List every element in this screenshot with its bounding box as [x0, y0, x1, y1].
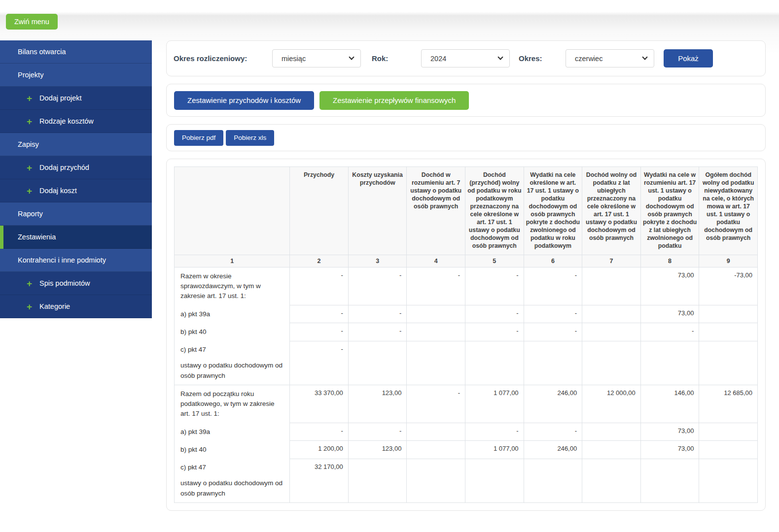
table-row: c) pkt 47ustawy o podatku dochodowym od … — [175, 459, 758, 502]
table-column-number-cell: 8 — [640, 255, 699, 267]
year-select[interactable]: 2024 — [421, 49, 510, 67]
value-cell: 32 170,00 — [290, 459, 349, 502]
value-cell: - — [290, 341, 349, 385]
table-header-cell: Dochód w rozumieniu art. 7 ustawy o poda… — [407, 167, 465, 255]
table-row: b) pkt 401 200,00123,001 077,00246,0073,… — [175, 441, 758, 459]
value-cell — [524, 459, 582, 502]
value-cell: - — [465, 323, 524, 341]
table-header-cell: Koszty uzyskania przychodów — [348, 167, 407, 255]
value-cell — [465, 341, 524, 385]
sidebar-item-zapisy[interactable]: Zapisy — [0, 133, 152, 156]
row-label-cell: Razem w okresie sprawozdawczym, w tym w … — [175, 267, 290, 305]
plus-icon: + — [27, 94, 32, 103]
sidebar-item-label: Dodaj przychód — [39, 164, 89, 172]
sidebar-item-label: Zapisy — [18, 140, 39, 149]
period-select[interactable]: czerwiec — [566, 49, 654, 67]
value-cell — [582, 459, 641, 502]
value-cell: 33 370,00 — [290, 385, 349, 423]
sidebar-item-label: Spis podmiotów — [39, 279, 90, 288]
sidebar-item-label: Kategorie — [39, 302, 70, 311]
row-label: c) pkt 47 — [180, 345, 283, 355]
row-label-suffix: ustawy o podatku dochodowym od osób praw… — [180, 478, 283, 499]
table-header-cell — [175, 167, 290, 255]
value-cell — [407, 323, 465, 341]
plus-icon: + — [27, 279, 32, 288]
sidebar-item-spis-podmiotów[interactable]: +Spis podmiotów — [0, 272, 152, 295]
value-cell: 1 077,00 — [465, 385, 524, 423]
value-cell: - — [348, 267, 407, 305]
sidebar-item-kontrahenci-i-inne-podmioty[interactable]: Kontrahenci i inne podmioty — [0, 249, 152, 272]
sidebar-item-kategorie[interactable]: +Kategorie — [0, 295, 152, 318]
sidebar-item-bilans-otwarcia[interactable]: Bilans otwarcia — [0, 40, 152, 64]
download-pdf-button[interactable]: Pobierz pdf — [174, 130, 223, 146]
table-column-number-cell: 2 — [290, 255, 349, 267]
value-cell: - — [290, 267, 349, 305]
sidebar-item-dodaj-koszt[interactable]: +Dodaj koszt — [0, 179, 152, 202]
table-row: a) pkt 39a----73,00 — [175, 423, 758, 441]
table-column-number-cell: 6 — [524, 255, 582, 267]
sidebar-item-label: Projekty — [18, 71, 43, 79]
value-cell: -73,00 — [699, 267, 758, 305]
sidebar-item-raporty[interactable]: Raporty — [0, 202, 152, 226]
period-select-wrap: czerwiec — [566, 49, 654, 67]
sidebar-item-label: Zestawienia — [18, 233, 56, 241]
value-cell — [699, 323, 758, 341]
value-cell — [348, 459, 407, 502]
value-cell: - — [465, 305, 524, 323]
value-cell: - — [524, 323, 582, 341]
download-xls-button[interactable]: Pobierz xls — [226, 130, 274, 146]
tab-zestawienie-przychodów-i-kosztów[interactable]: Zestawienie przychodów i kosztów — [174, 91, 314, 110]
row-label-cell: b) pkt 40 — [175, 323, 290, 341]
period-type-select[interactable]: miesiąc — [272, 49, 361, 67]
table-header-row: PrzychodyKoszty uzyskania przychodówDoch… — [175, 167, 758, 255]
value-cell: - — [348, 323, 407, 341]
value-cell — [407, 459, 465, 502]
tab-zestawienie-przepływów-finansowych[interactable]: Zestawienie przepływów finansowych — [319, 91, 469, 110]
value-cell: - — [524, 267, 582, 305]
table-column-number-cell: 5 — [465, 255, 524, 267]
sidebar-item-dodaj-projekt[interactable]: +Dodaj projekt — [0, 87, 152, 110]
value-cell — [407, 441, 465, 459]
value-cell: 12 000,00 — [582, 385, 641, 423]
show-button[interactable]: Pokaż — [664, 49, 713, 67]
value-cell: 73,00 — [640, 441, 699, 459]
sidebar-item-label: Rodzaje kosztów — [39, 117, 94, 126]
row-label-cell: b) pkt 40 — [175, 441, 290, 459]
value-cell — [640, 341, 699, 385]
table-body: Razem w okresie sprawozdawczym, w tym w … — [175, 267, 758, 502]
value-cell — [407, 423, 465, 441]
row-label-cell: c) pkt 47ustawy o podatku dochodowym od … — [175, 341, 290, 385]
value-cell: - — [290, 305, 349, 323]
row-label: Razem od początku roku podatkowego, w ty… — [180, 389, 283, 419]
value-cell: - — [407, 267, 465, 305]
value-cell — [699, 305, 758, 323]
row-label-cell: Razem od początku roku podatkowego, w ty… — [175, 385, 290, 423]
row-label: Razem w okresie sprawozdawczym, w tym w … — [180, 271, 283, 301]
value-cell: - — [348, 305, 407, 323]
period-label: Okres: — [519, 54, 566, 63]
plus-icon: + — [27, 302, 32, 311]
table-column-number-cell: 4 — [407, 255, 465, 267]
value-cell — [582, 267, 641, 305]
value-cell: - — [290, 423, 349, 441]
value-cell: - — [407, 385, 465, 423]
filter-bar: Okres rozliczeniowy: miesiąc Rok: 2024 O… — [166, 40, 766, 76]
sidebar-item-dodaj-przychód[interactable]: +Dodaj przychód — [0, 156, 152, 179]
value-cell: - — [465, 423, 524, 441]
value-cell: - — [524, 305, 582, 323]
value-cell: 12 685,00 — [699, 385, 758, 423]
period-type-label: Okres rozliczeniowy: — [174, 54, 272, 63]
table-column-number-cell: 3 — [348, 255, 407, 267]
value-cell — [582, 341, 641, 385]
table-column-number-cell: 9 — [699, 255, 758, 267]
sidebar-item-projekty[interactable]: Projekty — [0, 64, 152, 87]
collapse-menu-button[interactable]: Zwiń menu — [6, 14, 58, 30]
table-row: Razem w okresie sprawozdawczym, w tym w … — [175, 267, 758, 305]
table-header-cell: Wydatki na cele określone w art. 17 ust.… — [524, 167, 582, 255]
row-label: a) pkt 39a — [180, 427, 283, 437]
value-cell: - — [640, 323, 699, 341]
sidebar-item-zestawienia[interactable]: Zestawienia — [0, 226, 152, 249]
sidebar-item-rodzaje-kosztów[interactable]: +Rodzaje kosztów — [0, 110, 152, 133]
table-column-number-cell: 1 — [175, 255, 290, 267]
sidebar-item-label: Kontrahenci i inne podmioty — [18, 256, 106, 265]
